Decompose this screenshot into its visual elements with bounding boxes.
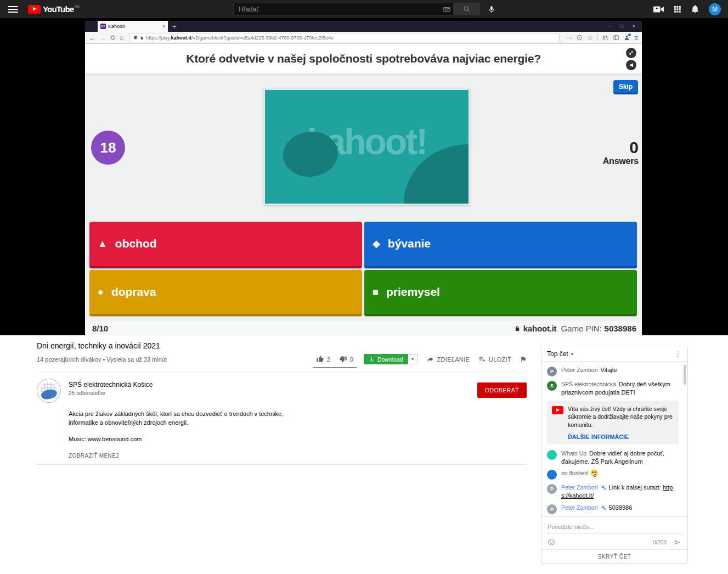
video-stats: 14 pozerajúcich divákov • Vysiela sa už … [37,354,167,363]
answer-byvanie[interactable]: ◆ bývanie [364,222,637,268]
chevron-down-icon: ▾ [571,351,574,357]
hide-chat-button[interactable]: SKRYŤ ČET [598,554,631,560]
chat-message: S SPŠ elektrotechnickáDobrý deň všetkým … [547,380,680,397]
create-video-icon[interactable] [653,5,664,13]
chat-scrollbar[interactable] [684,365,686,385]
chat-message: P Peter ZamboriVitajte [547,366,680,376]
chat-menu-icon[interactable]: ⋮ [675,350,682,358]
message-text: Link k dalsej sutazi: [609,484,663,491]
avatar[interactable] [547,470,557,480]
answer-obchod[interactable]: ▲ obchod [89,222,362,268]
message-author-moderator[interactable]: Peter Zambori [561,504,598,511]
video-title: Dni energií, techniky a inovácií 2021 [37,341,527,350]
kahoot-question-bar: Ktoré odvetvie v našej spoločnosti spotr… [85,44,642,74]
keyboard-icon[interactable] [443,5,450,13]
share-icon [426,356,434,363]
video-player[interactable]: K! Kahoot! × + − □ × ← → ⌂ https://play.… [0,18,728,335]
save-button[interactable]: ULOŽIŤ [478,356,511,363]
chat-message: P Peter Zambori5038986 [547,504,680,514]
answers-count-value: 0 [603,138,639,156]
user-avatar[interactable]: M [709,3,721,15]
kahoot-favicon: K! [100,24,106,29]
share-button[interactable]: ZDIEĽANIE [426,356,470,363]
message-author[interactable]: no flushed [561,470,588,476]
avatar[interactable]: P [547,504,557,514]
avatar[interactable]: P [547,367,557,376]
back-icon: ← [89,35,95,41]
divider [37,464,527,465]
avatar[interactable]: P [547,484,557,494]
description-text: Akcia pre žiakov základných škôl, ktorí … [69,410,304,427]
report-button[interactable] [520,356,527,363]
channel-avatar[interactable] [37,379,61,403]
microphone-icon[interactable] [488,5,495,14]
divider [37,373,527,373]
channel-subscribers: 25 odberateľov [69,390,153,396]
diamond-icon: ◆ [373,239,380,249]
youtube-region-label: SK [75,4,80,10]
subscribe-button[interactable]: ODOBERAŤ [477,382,527,398]
skip-button[interactable]: Skip [613,80,638,94]
lock-icon [140,36,144,40]
avatar[interactable]: S [547,381,557,391]
download-button[interactable]: Download [364,354,408,364]
chat-message: no flushed [547,469,680,480]
answer-priemysel[interactable]: ■ priemysel [364,270,637,317]
triangle-icon: ▲ [98,239,108,249]
chat-message-input[interactable] [548,522,681,533]
show-less-button[interactable]: ZOBRAZIŤ MENEJ [69,452,304,460]
hamburger-menu-icon[interactable] [8,6,18,13]
tab-title: Kahoot! [108,24,160,29]
previous-icon[interactable]: ◀ [626,60,636,70]
moderator-wrench-icon [601,485,606,490]
shield-icon [133,35,138,40]
window-minimize-icon: − [608,21,611,32]
page-actions-icon: ⋯ [566,35,572,41]
apps-grid-icon[interactable] [673,5,681,13]
rating-group: 2 0 [314,354,355,368]
dislike-button[interactable]: 0 [339,355,353,363]
url-text: https://play.kahoot.it/v2/gameblock?quiz… [146,35,334,41]
forward-icon: → [99,35,106,41]
search-area [233,3,495,15]
thumb-down-icon [339,355,347,363]
thumb-up-icon [316,355,324,363]
game-pin-value: 5038986 [605,324,636,333]
answer-doprava[interactable]: ● doprava [89,270,362,317]
reload-icon [110,35,116,41]
send-icon[interactable] [673,539,681,546]
message-author-moderator[interactable]: Peter Zambori [561,484,598,491]
search-button[interactable] [454,3,480,15]
chat-message: Whats UpDobre vidieť aj dobre počuť, ďak… [547,449,680,466]
chat-footer: SKRYŤ ČET [541,549,687,563]
flag-icon [520,356,527,363]
message-author[interactable]: SPŠ elektrotechnická [561,381,616,387]
banner-text: Víta vás živý čet! Vždy si chráňte svoje… [568,405,674,429]
like-button[interactable]: 2 [316,355,330,363]
char-counter: 0/200 [653,539,667,545]
browser-titlebar: K! Kahoot! × + − □ × [85,21,642,32]
pocket-icon [577,35,583,41]
message-text: Vitajte [601,367,617,373]
channel-name[interactable]: SPŠ elektrotechnická Košice [69,381,153,389]
emoji-icon[interactable] [548,538,555,546]
youtube-logo[interactable]: YouTube SK [28,4,80,14]
answers-counter: 0 Answers [603,138,639,166]
more-info-link[interactable]: ĎALŠIE INFORMÁCIE [568,434,674,440]
live-chat-panel: Top čet ▾ ⋮ P Peter ZamboriVitajte S SPŠ… [541,346,688,564]
chat-mode-selector[interactable]: Top čet ▾ [547,350,573,358]
kahoot-media-box: kahoot! [263,88,470,205]
message-author[interactable]: Peter Zambori [561,367,598,373]
game-pin-label: Game PIN: [561,324,601,333]
search-input[interactable] [233,3,454,15]
download-options-button[interactable]: ▼ [408,354,418,364]
library-icon [602,35,608,41]
message-author[interactable]: Whats Up [561,450,586,457]
avatar[interactable] [547,450,557,460]
answers-grid: ▲ obchod ◆ bývanie ● doprava ■ priemysel [89,222,637,316]
youtube-header: YouTube SK M [0,0,728,18]
fullscreen-icon[interactable] [626,48,636,58]
notifications-bell-icon[interactable] [691,4,699,14]
flushed-emoji [590,469,598,477]
dislike-count: 0 [350,356,353,363]
